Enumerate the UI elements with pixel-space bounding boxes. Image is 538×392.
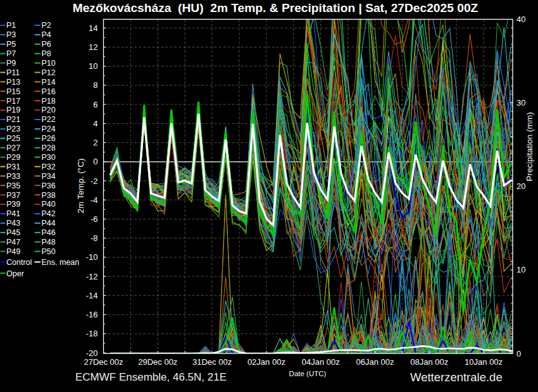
svg-text:-6: -6 [91,214,98,224]
svg-text:P22: P22 [42,115,56,124]
svg-text:P32: P32 [42,162,56,171]
svg-text:P34: P34 [42,172,56,181]
svg-text:P47: P47 [6,238,20,247]
svg-text:P33: P33 [6,172,20,181]
svg-text:P21: P21 [6,115,20,124]
svg-text:-12: -12 [86,272,98,281]
svg-text:P23: P23 [6,125,20,133]
svg-text:P48: P48 [42,238,56,247]
svg-text:P12: P12 [42,68,56,77]
svg-text:08Jan 00z: 08Jan 00z [410,357,448,367]
svg-text:P31: P31 [6,162,20,171]
svg-text:Date (UTC): Date (UTC) [289,370,327,377]
svg-text:P11: P11 [6,68,20,77]
svg-text:10Jan 00z: 10Jan 00z [465,357,503,367]
svg-text:6: 6 [93,100,97,109]
svg-text:12: 12 [89,42,97,52]
svg-text:P2: P2 [42,21,51,30]
svg-text:40: 40 [516,15,525,24]
svg-text:ECMWF Ensemble, 46.5N, 21E: ECMWF Ensemble, 46.5N, 21E [75,371,227,383]
svg-text:20: 20 [516,181,525,191]
svg-text:P25: P25 [6,134,20,143]
svg-text:-2: -2 [91,176,98,186]
svg-text:Mezőkovácsháza (HU) 2m Temp.: Mezőkovácsháza (HU) 2m Temp. & Precipita… [73,1,479,15]
svg-text:P28: P28 [42,144,56,152]
svg-text:30: 30 [516,98,525,107]
svg-text:P14: P14 [42,78,56,87]
svg-text:P30: P30 [42,153,56,162]
svg-text:4: 4 [93,119,97,128]
svg-text:P35: P35 [6,181,20,190]
svg-text:31Dec 00z: 31Dec 00z [192,357,232,367]
svg-text:P42: P42 [42,209,56,218]
svg-text:P19: P19 [6,106,20,114]
svg-text:-20: -20 [86,348,98,358]
svg-text:06Jan 00z: 06Jan 00z [356,357,394,367]
svg-text:P43: P43 [6,219,20,228]
svg-text:Precipitation (mm): Precipitation (mm) [525,112,534,181]
svg-text:02Jan 00z: 02Jan 00z [247,357,285,367]
svg-text:0: 0 [93,157,97,166]
svg-text:-18: -18 [86,329,98,338]
svg-text:P5: P5 [6,40,16,49]
svg-text:P17: P17 [6,97,20,106]
svg-text:P24: P24 [42,125,56,133]
svg-text:10: 10 [89,61,97,71]
svg-text:P37: P37 [6,191,20,200]
svg-text:P9: P9 [6,59,16,68]
svg-text:-10: -10 [86,252,98,262]
svg-text:P50: P50 [42,247,56,256]
svg-text:P46: P46 [42,228,56,237]
svg-text:04Jan 00z: 04Jan 00z [302,357,340,367]
svg-text:2: 2 [93,138,97,147]
svg-text:P10: P10 [42,59,56,68]
svg-text:8: 8 [93,80,97,90]
svg-text:P16: P16 [42,87,56,96]
svg-text:Wetterzentrale.de: Wetterzentrale.de [410,371,503,384]
svg-text:P13: P13 [6,78,20,87]
svg-text:-16: -16 [86,310,98,319]
svg-text:P1: P1 [6,21,16,30]
svg-text:10: 10 [516,265,525,274]
svg-text:P18: P18 [42,97,56,106]
svg-text:P8: P8 [42,49,51,58]
svg-text:P29: P29 [6,153,20,162]
svg-text:Control: Control [6,258,32,267]
svg-text:Oper: Oper [6,269,24,278]
svg-text:P36: P36 [42,181,56,190]
svg-text:P27: P27 [6,144,20,152]
svg-text:-4: -4 [91,195,98,205]
svg-text:Ens. mean: Ens. mean [42,258,80,267]
svg-text:P45: P45 [6,228,20,237]
svg-text:-14: -14 [86,291,98,300]
svg-text:0: 0 [516,349,521,358]
svg-text:P44: P44 [42,219,56,228]
svg-text:P38: P38 [42,191,56,200]
svg-text:P15: P15 [6,87,20,96]
svg-text:P41: P41 [6,209,20,218]
svg-text:P26: P26 [42,134,56,143]
svg-text:P20: P20 [42,106,56,114]
svg-text:P6: P6 [42,40,51,49]
svg-text:P4: P4 [42,30,51,39]
svg-text:P39: P39 [6,200,20,209]
svg-text:2m Temp. (°C): 2m Temp. (°C) [76,159,85,214]
svg-text:27Dec 00z: 27Dec 00z [84,357,123,367]
svg-text:-8: -8 [91,233,98,243]
svg-text:P3: P3 [6,30,16,39]
svg-text:P49: P49 [6,247,20,256]
svg-text:P7: P7 [6,49,16,58]
svg-text:P40: P40 [42,200,56,209]
svg-text:14: 14 [89,23,97,33]
svg-text:29Dec 00z: 29Dec 00z [138,357,177,367]
